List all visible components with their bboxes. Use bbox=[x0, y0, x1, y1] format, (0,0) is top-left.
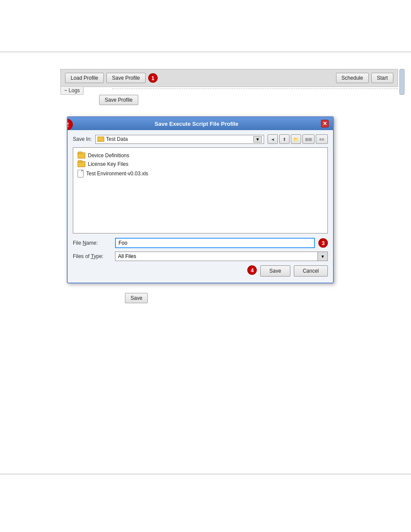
file-doc-icon bbox=[78, 170, 84, 177]
folder-icon-license bbox=[78, 161, 85, 167]
save-in-dropdown-arrow[interactable]: ▼ bbox=[253, 136, 262, 143]
save-in-combo[interactable]: Test Data ▼ bbox=[95, 135, 264, 144]
schedule-button[interactable]: Schedule bbox=[336, 73, 369, 83]
start-button[interactable]: Start bbox=[371, 73, 393, 83]
file-item-label: Test Environment-v0.03.xls bbox=[86, 171, 148, 177]
main-toolbar: Load Profile Save Profile 1 Schedule Sta… bbox=[60, 69, 398, 87]
up-folder-btn[interactable]: ⬆ bbox=[279, 134, 290, 144]
file-name-label: File Name: bbox=[73, 240, 112, 246]
scrollbar[interactable] bbox=[399, 69, 405, 95]
files-of-type-dropdown-arrow[interactable]: ▼ bbox=[318, 252, 327, 261]
file-item-license-key-files[interactable]: License Key Files bbox=[77, 160, 324, 168]
files-of-type-select[interactable]: All Files ▼ bbox=[115, 252, 328, 261]
dialog-close-button[interactable]: ✕ bbox=[321, 120, 329, 128]
standalone-save-profile-button[interactable]: Save Profile bbox=[99, 95, 138, 105]
up-folder-icon: ⬆ bbox=[283, 137, 286, 142]
logs-section: ~ Logs bbox=[60, 86, 146, 95]
file-item-label: License Key Files bbox=[88, 161, 128, 167]
file-name-input[interactable] bbox=[115, 238, 315, 248]
new-folder-btn[interactable]: 📁 bbox=[291, 134, 301, 144]
save-below-button[interactable]: Save bbox=[125, 293, 148, 303]
grid-view-btn[interactable]: ⊞⊞ bbox=[302, 134, 314, 144]
save-in-value: Test Data bbox=[106, 136, 252, 142]
file-item-label: Device Definitions bbox=[88, 152, 129, 159]
save-profile-button[interactable]: Save Profile bbox=[106, 73, 146, 83]
file-name-row: File Name: 3 bbox=[73, 238, 328, 248]
save-in-row: Save In: Test Data ▼ ◄ ⬆ 📁 bbox=[73, 134, 328, 144]
files-of-type-value: All Files bbox=[115, 252, 318, 261]
page-container: Load Profile Save Profile 1 Schedule Sta… bbox=[0, 0, 411, 532]
folder-icon-small bbox=[97, 137, 104, 142]
step-4-badge: 4 bbox=[247, 265, 257, 275]
save-in-label: Save In: bbox=[73, 136, 92, 142]
dialog-titlebar: Save Execute Script File Profile ✕ bbox=[68, 117, 333, 130]
dialog-cancel-button[interactable]: Cancel bbox=[294, 265, 328, 277]
new-folder-icon: 📁 bbox=[293, 137, 299, 142]
standalone-save-profile-area: Save Profile bbox=[99, 95, 138, 105]
files-of-type-row: Files of Type: All Files ▼ bbox=[73, 252, 328, 261]
back-icon-btn[interactable]: ◄ bbox=[268, 134, 278, 144]
file-item-test-environment[interactable]: Test Environment-v0.03.xls bbox=[77, 168, 324, 179]
file-browser: Device Definitions License Key Files Tes… bbox=[73, 147, 328, 233]
dialog-body: Save In: Test Data ▼ ◄ ⬆ 📁 bbox=[68, 130, 333, 283]
file-item-device-definitions[interactable]: Device Definitions bbox=[77, 151, 324, 160]
logs-label: ~ Logs bbox=[60, 86, 84, 95]
folder-icon-device bbox=[78, 152, 85, 159]
dotted-separator bbox=[112, 88, 398, 89]
save-profile-dialog: 2 Save Execute Script File Profile ✕ Sav… bbox=[67, 116, 334, 283]
load-profile-button[interactable]: Load Profile bbox=[65, 73, 104, 83]
files-of-type-label: Files of Type: bbox=[73, 253, 112, 259]
top-divider bbox=[0, 52, 411, 52]
bottom-divider bbox=[0, 474, 411, 474]
list-view-btn[interactable]: ≡≡ bbox=[316, 134, 328, 144]
back-icon: ◄ bbox=[271, 137, 275, 142]
step-3-badge: 3 bbox=[318, 238, 328, 248]
close-icon: ✕ bbox=[323, 121, 327, 127]
save-below-area: Save bbox=[125, 293, 148, 303]
dialog-title: Save Execute Script File Profile bbox=[72, 121, 321, 127]
dialog-toolbar: ◄ ⬆ 📁 ⊞⊞ ≡≡ bbox=[268, 134, 328, 144]
list-view-icon: ≡≡ bbox=[319, 137, 324, 142]
step-1-badge: 1 bbox=[148, 73, 158, 83]
dialog-save-button[interactable]: Save bbox=[260, 265, 290, 277]
dialog-buttons: 4 Save Cancel bbox=[73, 265, 328, 277]
grid-view-icon: ⊞⊞ bbox=[305, 137, 312, 142]
